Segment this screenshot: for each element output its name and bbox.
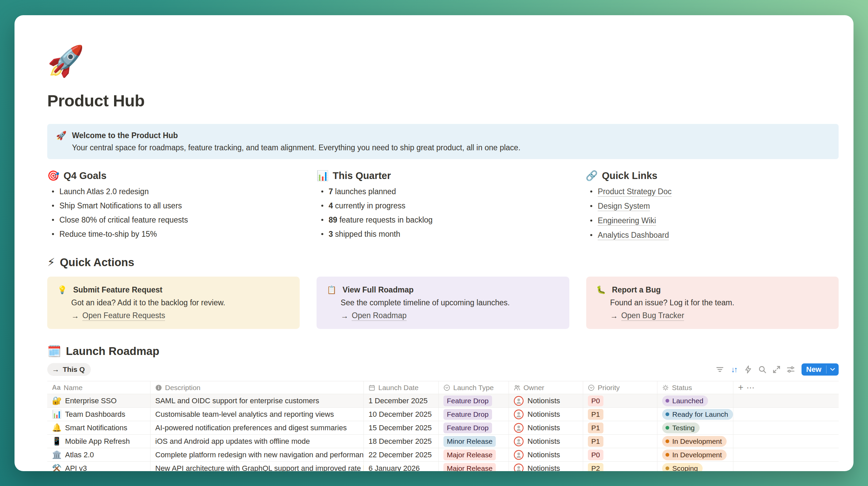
page-icon-rocket[interactable]: 🚀 xyxy=(47,44,84,79)
column-header-launch-type[interactable]: Launch Type xyxy=(439,381,509,394)
cell-status[interactable]: Ready for Launch xyxy=(657,408,733,421)
cell-launch-date[interactable]: 15 December 2025 xyxy=(364,421,439,434)
cell-launch-type[interactable]: Major Release xyxy=(439,448,509,461)
cell-launch-date[interactable]: 10 December 2025 xyxy=(364,408,439,421)
cell-status[interactable]: In Development xyxy=(657,435,733,448)
cell-description[interactable]: iOS and Android app updates with offline… xyxy=(151,435,364,448)
goal-item: Launch Atlas 2.0 redesign xyxy=(47,187,300,196)
cell-status[interactable]: In Development xyxy=(657,448,733,461)
cell-name[interactable]: ⚒️ API v3 xyxy=(47,462,151,471)
cell-name[interactable]: 🏛️ Atlas 2.0 xyxy=(47,448,151,461)
cell-launch-type[interactable]: Feature Drop xyxy=(439,408,509,421)
cell-description[interactable]: Complete platform redesign with new navi… xyxy=(151,448,364,461)
quick-action-link[interactable]: Open Roadmap xyxy=(352,310,406,321)
owner-avatar xyxy=(514,463,524,471)
bullet-dot xyxy=(590,190,592,193)
cell-owner[interactable]: Notionists xyxy=(509,462,583,471)
cell-name[interactable]: 🔐 Enterprise SSO xyxy=(47,394,151,407)
more-options-button[interactable]: ⋯ xyxy=(747,384,755,392)
quick-action-link[interactable]: Open Bug Tracker xyxy=(621,310,684,321)
target-icon: 🎯 xyxy=(47,169,59,182)
desktop-background: 🚀 Product Hub 🚀 Welcome to the Product H… xyxy=(0,0,868,486)
cell-priority[interactable]: P2 xyxy=(583,462,657,471)
cell-status[interactable]: Scoping xyxy=(657,462,733,471)
cell-launch-type[interactable]: Major Release xyxy=(439,462,509,471)
column-header-priority[interactable]: Priority xyxy=(583,381,657,394)
cell-status[interactable]: Testing xyxy=(657,421,733,434)
cell-empty xyxy=(733,394,839,407)
cell-priority[interactable]: P0 xyxy=(583,394,657,407)
filter-icon[interactable] xyxy=(714,363,726,376)
column-header-owner[interactable]: Owner xyxy=(509,381,583,394)
lightning-icon: ⚡ xyxy=(47,255,55,270)
database-controls: → This Q ↓↑ xyxy=(47,363,839,376)
owner-avatar xyxy=(514,396,524,406)
callout-title: Welcome to the Product Hub xyxy=(72,130,520,141)
cell-priority[interactable]: P0 xyxy=(583,448,657,461)
table-body: 🔐 Enterprise SSO SAML and OIDC support f… xyxy=(47,394,839,471)
chevron-down-icon[interactable] xyxy=(826,363,839,376)
cell-description[interactable]: Customisable team-level analytics and re… xyxy=(151,408,364,421)
cell-owner[interactable]: Notionists xyxy=(509,421,583,434)
cell-priority[interactable]: P1 xyxy=(583,408,657,421)
arrow-right-icon: → xyxy=(71,311,79,321)
owner-avatar xyxy=(514,423,524,433)
cell-launch-date[interactable]: 1 December 2025 xyxy=(364,394,439,407)
cell-launch-type[interactable]: Minor Release xyxy=(439,435,509,448)
new-button[interactable]: New xyxy=(802,363,839,376)
calendar-icon xyxy=(369,384,375,391)
cell-description[interactable]: New API architecture with GraphQL suppor… xyxy=(151,462,364,471)
cell-launch-date[interactable]: 22 December 2025 xyxy=(364,448,439,461)
add-column-area: + ⋯ xyxy=(733,381,839,394)
cell-launch-type[interactable]: Feature Drop xyxy=(439,394,509,407)
welcome-callout: 🚀 Welcome to the Product Hub Your centra… xyxy=(47,124,839,159)
cell-status[interactable]: Launched xyxy=(657,394,733,407)
cell-owner[interactable]: Notionists xyxy=(509,435,583,448)
calendar-icon: 🗓️ xyxy=(47,344,61,359)
cell-description[interactable]: SAML and OIDC support for enterprise cus… xyxy=(151,394,364,407)
column-header-status[interactable]: Status xyxy=(657,381,733,394)
cell-name[interactable]: 📱 Mobile App Refresh xyxy=(47,435,151,448)
quick-link[interactable]: Product Strategy Doc xyxy=(598,187,672,197)
owner-avatar xyxy=(514,409,524,419)
quick-action-link[interactable]: Open Feature Requests xyxy=(82,310,165,321)
column-header-launch-date[interactable]: Launch Date xyxy=(364,381,439,394)
table-row: 🔔 Smart Notifications AI-powered notific… xyxy=(47,421,839,435)
quick-actions-heading: ⚡ Quick Actions xyxy=(47,255,839,270)
lightning-bolt-icon[interactable] xyxy=(742,363,754,376)
cell-empty xyxy=(733,421,839,434)
cell-launch-type[interactable]: Feature Drop xyxy=(439,421,509,434)
column-header-description[interactable]: Description xyxy=(151,381,364,394)
sort-icon[interactable]: ↓↑ xyxy=(728,363,740,376)
rocket-icon: 🚀 xyxy=(56,130,66,153)
cell-owner[interactable]: Notionists xyxy=(509,394,583,407)
this-quarter-section: 📊 This Quarter 7 launches planned4 curre… xyxy=(317,169,570,240)
expand-icon[interactable] xyxy=(770,363,783,376)
view-tab-this-q[interactable]: → This Q xyxy=(47,363,91,376)
cell-priority[interactable]: P1 xyxy=(583,421,657,434)
arrow-right-icon: → xyxy=(341,311,348,321)
cell-owner[interactable]: Notionists xyxy=(509,448,583,461)
quick-action-card: 🐛 Report a Bug Found an issue? Log it fo… xyxy=(586,277,839,329)
goal-item: Close 80% of critical feature requests xyxy=(47,215,300,225)
cell-owner[interactable]: Notionists xyxy=(509,408,583,421)
settings-sliders-icon[interactable] xyxy=(785,363,797,376)
quick-link[interactable]: Analytics Dashboard xyxy=(598,230,669,240)
quick-link[interactable]: Design System xyxy=(598,201,650,211)
bullet-dot xyxy=(52,205,54,207)
owner-avatar xyxy=(514,436,524,446)
cell-name[interactable]: 🔔 Smart Notifications xyxy=(47,421,151,434)
cell-description[interactable]: AI-powered notification preferences and … xyxy=(151,421,364,434)
quick-link[interactable]: Engineering Wiki xyxy=(598,216,656,226)
quick-action-card: 📋 View Full Roadmap See the complete tim… xyxy=(317,277,569,329)
column-header-name[interactable]: Aa Name xyxy=(47,381,151,394)
cell-launch-date[interactable]: 6 January 2026 xyxy=(364,462,439,471)
add-column-button[interactable]: + xyxy=(738,383,743,392)
cell-name[interactable]: 📊 Team Dashboards xyxy=(47,408,151,421)
row-page-icon: 📊 xyxy=(52,410,62,419)
search-icon[interactable] xyxy=(756,363,768,376)
bar-chart-icon: 📊 xyxy=(317,169,329,182)
row-page-icon: 📱 xyxy=(52,437,62,446)
cell-priority[interactable]: P1 xyxy=(583,435,657,448)
cell-launch-date[interactable]: 18 December 2025 xyxy=(364,435,439,448)
